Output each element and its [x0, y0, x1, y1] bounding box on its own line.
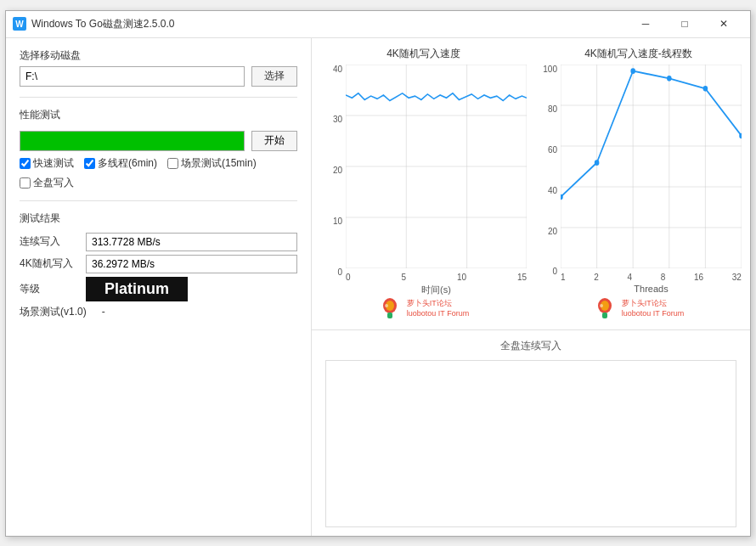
main-window: W Windows To Go磁盘测速2.5.0.0 ─ □ ✕ 选择移动磁盘 …	[5, 10, 751, 537]
scene-label: 场景测试(v1.0)	[20, 305, 87, 319]
grade-badge: Platinum	[86, 277, 188, 301]
bottom-title: 全盘连续写入	[325, 339, 736, 353]
chart2-title: 4K随机写入速度-线程数	[584, 47, 692, 61]
bottom-section: 全盘连续写入	[312, 329, 750, 536]
chart1-yaxis: 40 30 20 10 0	[320, 65, 346, 294]
checkboxes-row2: 全盘写入	[20, 176, 297, 190]
progress-bar-container	[20, 131, 245, 151]
svg-rect-33	[602, 312, 607, 318]
scene-test-checkbox-label[interactable]: 场景测试(15min)	[167, 156, 257, 171]
svg-point-12	[385, 304, 388, 307]
multi-thread-label: 多线程(6min)	[98, 156, 157, 171]
scene-row: 场景测试(v1.0) -	[20, 305, 297, 319]
svg-point-34	[600, 304, 603, 307]
luobotou-icon-1	[378, 297, 402, 321]
chart1-footer: 萝卜头IT论坛 luobotou IT Forum	[378, 297, 469, 321]
progress-bar-fill	[20, 132, 244, 150]
progress-row: 开始	[20, 131, 297, 151]
chart1-inner: 0 5 10 15 时间(s)	[346, 65, 527, 294]
chart2-xaxis: 1 2 4 8 16 32	[561, 271, 742, 282]
scene-test-label: 场景测试(15min)	[181, 156, 257, 171]
grade-label: 等级	[20, 282, 79, 296]
quick-test-label: 快速测试	[33, 156, 74, 171]
app-icon: W	[13, 17, 26, 31]
luobotou-brand-1: 萝卜头IT论坛 luobotou IT Forum	[407, 299, 469, 318]
full-write-label: 全盘写入	[33, 176, 74, 190]
select-button[interactable]: 选择	[251, 66, 297, 87]
chart1-container: 4K随机写入速度 40 30 20 10 0	[320, 47, 527, 321]
full-write-checkbox-label[interactable]: 全盘写入	[20, 176, 74, 190]
disk-input[interactable]	[20, 66, 245, 87]
chart2-xlabel: Threads	[561, 284, 742, 294]
divider-2	[20, 200, 297, 201]
minimize-button[interactable]: ─	[626, 10, 665, 37]
full-write-checkbox[interactable]	[20, 177, 31, 189]
charts-area: 4K随机写入速度 40 30 20 10 0	[312, 38, 750, 329]
rnd4k-label: 4K随机写入	[20, 256, 79, 271]
multi-thread-checkbox-label[interactable]: 多线程(6min)	[84, 156, 157, 171]
svg-point-27	[630, 68, 635, 74]
right-panel: 4K随机写入速度 40 30 20 10 0	[312, 38, 750, 536]
chart1-svg	[346, 65, 527, 268]
bottom-chart-area	[325, 360, 736, 527]
chart1-xaxis: 0 5 10 15	[346, 271, 527, 282]
results-section: 测试结果 连续写入 313.7728 MB/s 4K随机写入 36.2972 M…	[20, 211, 297, 319]
disk-section-label: 选择移动磁盘	[20, 48, 297, 63]
scene-test-checkbox[interactable]	[167, 158, 178, 169]
close-button[interactable]: ✕	[704, 10, 743, 37]
perf-section: 性能测试 开始 快速测试 多线程(6min)	[20, 108, 297, 190]
seq-write-value: 313.7728 MB/s	[86, 233, 297, 251]
window-controls: ─ □ ✕	[626, 10, 743, 37]
svg-point-28	[667, 76, 672, 82]
chart2-container: 4K随机写入速度-线程数 100 80 60 40 20 0	[535, 47, 742, 321]
titlebar: W Windows To Go磁盘测速2.5.0.0 ─ □ ✕	[6, 11, 750, 38]
seq-write-row: 连续写入 313.7728 MB/s	[20, 233, 297, 251]
disk-row: 选择	[20, 66, 297, 87]
chart1-wrap: 40 30 20 10 0	[320, 65, 527, 294]
perf-section-label: 性能测试	[20, 108, 297, 122]
chart2-wrap: 100 80 60 40 20 0	[535, 65, 742, 294]
start-button[interactable]: 开始	[251, 131, 297, 151]
left-panel: 选择移动磁盘 选择 性能测试 开始	[6, 38, 312, 536]
chart2-inner: 1 2 4 8 16 32 Threads	[561, 65, 742, 294]
svg-point-29	[703, 86, 708, 92]
grade-row: 等级 Platinum	[20, 277, 297, 301]
main-content: 选择移动磁盘 选择 性能测试 开始	[6, 38, 750, 536]
quick-test-checkbox[interactable]	[20, 158, 31, 169]
chart1-title: 4K随机写入速度	[386, 47, 460, 61]
chart2-svg	[561, 65, 742, 268]
window-title: Windows To Go磁盘测速2.5.0.0	[31, 17, 626, 31]
checkboxes-row: 快速测试 多线程(6min) 场景测试(15min)	[20, 156, 297, 171]
chart1-xlabel: 时间(s)	[346, 284, 527, 296]
disk-section: 选择移动磁盘 选择	[20, 48, 297, 87]
results-section-label: 测试结果	[20, 211, 297, 226]
maximize-button[interactable]: □	[665, 10, 704, 37]
luobotou-icon-2	[593, 297, 617, 321]
multi-thread-checkbox[interactable]	[84, 158, 95, 169]
chart2-yaxis: 100 80 60 40 20 0	[535, 65, 561, 294]
svg-rect-11	[387, 312, 392, 318]
seq-write-label: 连续写入	[20, 234, 79, 249]
quick-test-checkbox-label[interactable]: 快速测试	[20, 156, 74, 171]
divider-1	[20, 97, 297, 98]
luobotou-brand-2: 萝卜头IT论坛 luobotou IT Forum	[622, 299, 684, 318]
svg-point-26	[595, 160, 600, 166]
chart2-footer: 萝卜头IT论坛 luobotou IT Forum	[593, 297, 684, 321]
rnd4k-row: 4K随机写入 36.2972 MB/s	[20, 255, 297, 273]
rnd4k-value: 36.2972 MB/s	[86, 255, 297, 273]
scene-value: -	[102, 306, 105, 318]
